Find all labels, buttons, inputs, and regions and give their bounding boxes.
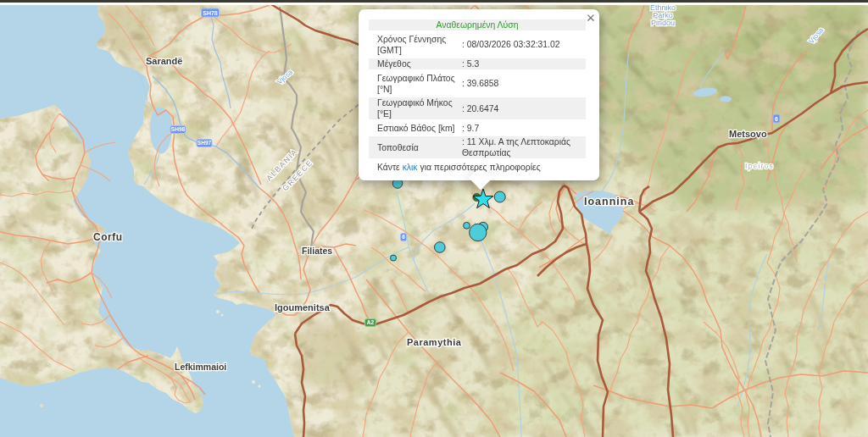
svg-text:SH97: SH97: [198, 140, 212, 146]
svg-text:SH98: SH98: [171, 126, 186, 132]
svg-text:6: 6: [775, 116, 778, 122]
svg-text:Ioannina: Ioannina: [584, 196, 634, 207]
svg-text:Pindou: Pindou: [651, 19, 675, 27]
svg-text:Metsovo: Metsovo: [729, 129, 767, 139]
svg-text:Lefkimmaioi: Lefkimmaioi: [175, 362, 226, 372]
svg-text:Ipeiros: Ipeiros: [745, 162, 774, 170]
svg-text:Igoumenitsa: Igoumenitsa: [275, 302, 331, 313]
svg-text:SH78: SH78: [203, 10, 218, 16]
svg-text:Paramythia: Paramythia: [407, 337, 462, 347]
svg-text:6: 6: [402, 234, 405, 240]
svg-text:Filiates: Filiates: [302, 246, 332, 256]
svg-text:Corfu: Corfu: [93, 231, 123, 243]
svg-text:A2: A2: [367, 319, 375, 325]
svg-text:Sarandë: Sarandë: [146, 56, 182, 66]
